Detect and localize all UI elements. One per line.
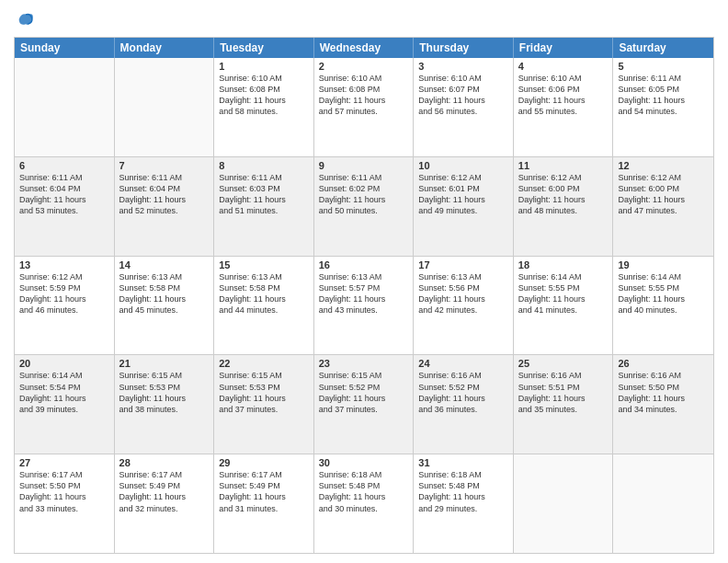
cell-text: Sunset: 5:53 PM (219, 382, 309, 393)
cell-text: Sunrise: 6:16 AM (518, 370, 609, 381)
day-number: 20 (19, 358, 109, 369)
day-number: 4 (518, 61, 609, 72)
day-number: 11 (518, 160, 609, 171)
day-cell-16: 16Sunrise: 6:13 AMSunset: 5:57 PMDayligh… (314, 257, 415, 355)
cell-text: Daylight: 11 hours (618, 393, 709, 404)
cell-text: Sunrise: 6:17 AM (219, 469, 309, 480)
cell-text: Sunrise: 6:11 AM (119, 172, 210, 183)
day-cell-31: 31Sunrise: 6:18 AMSunset: 5:48 PMDayligh… (414, 454, 514, 553)
cell-text: Sunrise: 6:15 AM (119, 370, 210, 381)
day-cell-21: 21Sunrise: 6:15 AMSunset: 5:53 PMDayligh… (115, 355, 215, 454)
cell-text: Daylight: 11 hours (319, 95, 409, 106)
cell-text: Sunset: 6:08 PM (319, 84, 409, 95)
cell-text: Sunrise: 6:10 AM (418, 73, 508, 84)
day-cell-12: 12Sunrise: 6:12 AMSunset: 6:00 PMDayligh… (613, 157, 713, 256)
cell-text: Sunset: 6:02 PM (319, 183, 409, 194)
day-number: 29 (219, 457, 309, 468)
cell-text: Sunrise: 6:11 AM (219, 172, 309, 183)
cell-text: Daylight: 11 hours (518, 95, 609, 106)
cell-text: Sunset: 6:04 PM (19, 183, 109, 194)
cell-text: Sunrise: 6:12 AM (518, 172, 609, 183)
day-cell-29: 29Sunrise: 6:17 AMSunset: 5:49 PMDayligh… (214, 454, 314, 553)
week-3: 13Sunrise: 6:12 AMSunset: 5:59 PMDayligh… (15, 257, 713, 356)
day-cell-13: 13Sunrise: 6:12 AMSunset: 5:59 PMDayligh… (15, 257, 115, 355)
day-number: 28 (119, 457, 210, 468)
cell-text: Daylight: 11 hours (418, 194, 508, 205)
cell-text: Sunrise: 6:18 AM (319, 469, 409, 480)
cell-text: Sunrise: 6:13 AM (319, 271, 409, 282)
cell-text: and 40 minutes. (618, 304, 709, 316)
header (14, 9, 714, 29)
day-cell-27: 27Sunrise: 6:17 AMSunset: 5:50 PMDayligh… (15, 454, 115, 553)
day-number: 16 (319, 259, 409, 270)
day-cell-14: 14Sunrise: 6:13 AMSunset: 5:58 PMDayligh… (115, 257, 215, 355)
cell-text: Daylight: 11 hours (618, 293, 709, 304)
cell-text: Sunrise: 6:13 AM (418, 271, 508, 282)
cell-text: Sunset: 5:52 PM (418, 382, 508, 393)
cell-text: Daylight: 11 hours (119, 293, 210, 304)
cell-text: Sunrise: 6:14 AM (19, 370, 109, 381)
cell-text: and 56 minutes. (418, 106, 508, 117)
cell-text: Daylight: 11 hours (19, 293, 109, 304)
day-number: 1 (219, 61, 309, 72)
day-number: 25 (518, 358, 609, 369)
day-number: 27 (19, 457, 109, 468)
day-cell-3: 3Sunrise: 6:10 AMSunset: 6:07 PMDaylight… (414, 58, 514, 156)
cell-text: and 43 minutes. (319, 304, 409, 316)
week-4: 20Sunrise: 6:14 AMSunset: 5:54 PMDayligh… (15, 355, 713, 454)
cell-text: Daylight: 11 hours (19, 393, 109, 404)
cell-text: Sunrise: 6:10 AM (319, 73, 409, 84)
cell-text: Sunrise: 6:15 AM (319, 370, 409, 381)
cell-text: Sunset: 6:03 PM (219, 183, 309, 194)
day-cell-11: 11Sunrise: 6:12 AMSunset: 6:00 PMDayligh… (514, 157, 614, 256)
day-number: 10 (418, 160, 508, 171)
cell-text: Daylight: 11 hours (319, 491, 409, 502)
cell-text: Daylight: 11 hours (518, 293, 609, 304)
empty-cell (15, 58, 115, 156)
day-number: 8 (219, 160, 309, 171)
day-cell-23: 23Sunrise: 6:15 AMSunset: 5:52 PMDayligh… (314, 355, 415, 454)
cell-text: and 31 minutes. (219, 503, 309, 514)
cell-text: Sunset: 5:50 PM (618, 382, 709, 393)
day-cell-1: 1Sunrise: 6:10 AMSunset: 6:08 PMDaylight… (214, 58, 314, 156)
cell-text: Sunrise: 6:17 AM (19, 469, 109, 480)
cell-text: and 58 minutes. (219, 106, 309, 117)
day-cell-7: 7Sunrise: 6:11 AMSunset: 6:04 PMDaylight… (115, 157, 215, 256)
logo (14, 9, 36, 29)
cell-text: and 46 minutes. (19, 304, 109, 316)
cell-text: Sunrise: 6:14 AM (518, 271, 609, 282)
header-day-monday: Monday (115, 38, 215, 58)
empty-cell (514, 454, 614, 553)
day-number: 6 (19, 160, 109, 171)
day-number: 12 (618, 160, 709, 171)
calendar-body: 1Sunrise: 6:10 AMSunset: 6:08 PMDaylight… (15, 58, 713, 553)
cell-text: Daylight: 11 hours (219, 491, 309, 502)
cell-text: and 51 minutes. (219, 205, 309, 216)
day-number: 18 (518, 259, 609, 270)
day-number: 5 (618, 61, 709, 72)
cell-text: Sunrise: 6:14 AM (618, 271, 709, 282)
cell-text: Sunrise: 6:18 AM (418, 469, 508, 480)
cell-text: and 47 minutes. (618, 205, 709, 216)
cell-text: Sunset: 5:55 PM (618, 282, 709, 293)
cell-text: Daylight: 11 hours (418, 95, 508, 106)
header-day-thursday: Thursday (414, 38, 514, 58)
cell-text: Daylight: 11 hours (319, 293, 409, 304)
cell-text: Sunrise: 6:11 AM (618, 73, 709, 84)
cell-text: and 38 minutes. (119, 404, 210, 415)
day-number: 15 (219, 259, 309, 270)
cell-text: Sunrise: 6:12 AM (19, 271, 109, 282)
day-number: 19 (618, 259, 709, 270)
cell-text: Daylight: 11 hours (119, 194, 210, 205)
cell-text: Sunrise: 6:12 AM (618, 172, 709, 183)
cell-text: and 41 minutes. (518, 304, 609, 316)
header-day-wednesday: Wednesday (314, 38, 415, 58)
cell-text: Sunset: 5:49 PM (219, 480, 309, 491)
cell-text: Daylight: 11 hours (319, 194, 409, 205)
cell-text: Daylight: 11 hours (19, 491, 109, 502)
calendar: SundayMondayTuesdayWednesdayThursdayFrid… (14, 37, 714, 554)
cell-text: Daylight: 11 hours (618, 95, 709, 106)
page: SundayMondayTuesdayWednesdayThursdayFrid… (0, 0, 728, 563)
cell-text: Sunrise: 6:15 AM (219, 370, 309, 381)
week-5: 27Sunrise: 6:17 AMSunset: 5:50 PMDayligh… (15, 454, 713, 553)
